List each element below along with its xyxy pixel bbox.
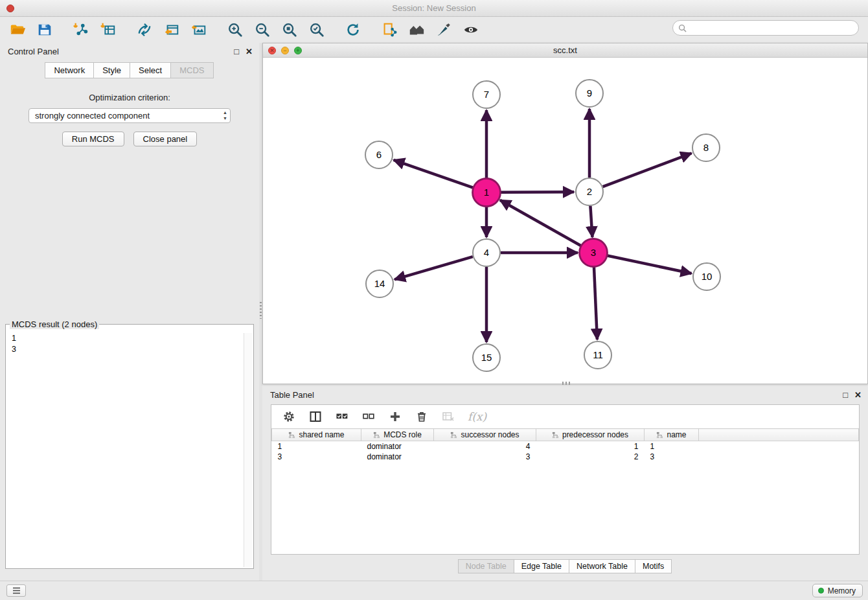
tab-network[interactable]: Network (45, 62, 94, 78)
table-panel-title: Table Panel (270, 390, 843, 400)
graph-edge-3-11[interactable] (594, 267, 597, 340)
column-header-shared-name[interactable]: shared name (272, 429, 361, 441)
column-header-predecessor-nodes[interactable]: predecessor nodes (536, 429, 645, 441)
table-cell: dominator (361, 441, 434, 452)
delete-column-button[interactable] (415, 410, 429, 424)
table-settings-button[interactable] (282, 410, 296, 424)
network-close-icon[interactable]: ✕ (268, 47, 276, 54)
close-table-panel-icon[interactable]: ✕ (854, 391, 862, 399)
window-close-light[interactable] (6, 5, 14, 12)
import-table-button[interactable] (98, 20, 118, 40)
graph-node-label-14: 14 (374, 278, 385, 289)
import-network-button[interactable] (71, 20, 91, 40)
table-cell: 2 (536, 452, 645, 462)
mcds-result-box: MCDS result (2 nodes) 13 (5, 319, 254, 569)
graph-edge-2-8[interactable] (603, 153, 692, 187)
open-folder-icon (9, 21, 26, 38)
graph-edge-3-1[interactable] (500, 200, 581, 246)
home-button[interactable] (407, 20, 426, 40)
export-image-icon (190, 21, 207, 38)
create-column-button[interactable] (388, 410, 402, 424)
table-cell: 3 (645, 452, 699, 462)
close-panel-icon[interactable]: ✕ (246, 47, 253, 56)
memory-button[interactable]: Memory (812, 584, 863, 597)
attribute-icon (656, 432, 663, 439)
unselect-all-columns-button[interactable] (361, 410, 376, 424)
mcds-result-title: MCDS result (2 nodes) (10, 319, 99, 329)
attribute-icon (552, 432, 559, 439)
mcds-result-item[interactable]: 3 (7, 344, 243, 355)
search-box[interactable] (672, 20, 859, 36)
splitter-handle-icon (260, 302, 262, 319)
mcds-result-item[interactable]: 1 (7, 333, 243, 344)
zoom-in-button[interactable] (225, 20, 245, 40)
tab-node-table[interactable]: Node Table (458, 559, 514, 573)
graph-node-label-6: 6 (376, 149, 382, 160)
status-bar: Memory (0, 581, 868, 600)
search-input[interactable] (687, 23, 858, 33)
memory-label: Memory (828, 586, 856, 595)
graph-edge-2-3[interactable] (590, 206, 592, 237)
column-header-MCDS-role[interactable]: MCDS role (361, 429, 434, 441)
delete-table-icon (442, 410, 455, 423)
save-session-button[interactable] (35, 20, 54, 40)
table-panel: Table Panel □ ✕ (262, 386, 868, 575)
paintbrush-button[interactable] (434, 20, 453, 40)
paintbrush-icon (435, 21, 452, 38)
tab-mcds[interactable]: MCDS (170, 62, 213, 78)
function-builder-button[interactable]: f(x) (468, 410, 486, 423)
tab-network-table[interactable]: Network Table (569, 559, 635, 573)
tab-style[interactable]: Style (93, 62, 130, 78)
annotation-button[interactable] (380, 20, 399, 40)
show-columns-button[interactable] (308, 410, 323, 424)
zoom-out-button[interactable] (253, 20, 272, 40)
float-table-panel-icon[interactable]: □ (843, 391, 848, 399)
tab-select[interactable]: Select (130, 62, 171, 78)
column-header-successor-nodes[interactable]: successor nodes (434, 429, 536, 441)
node-table: shared nameMCDS rolesuccessor nodesprede… (271, 428, 859, 462)
run-mcds-button[interactable]: Run MCDS (62, 132, 124, 146)
delete-table-button[interactable] (441, 410, 455, 424)
graph-edge-4-14[interactable] (394, 257, 473, 279)
show-panels-button[interactable] (6, 584, 26, 597)
export-network-window-button[interactable] (162, 20, 181, 40)
tab-edge-table[interactable]: Edge Table (514, 559, 569, 573)
control-panel-title: Control Panel (8, 47, 234, 56)
eye-button[interactable] (461, 20, 481, 40)
close-panel-button[interactable]: Close panel (133, 132, 198, 146)
open-session-button[interactable] (8, 20, 27, 40)
mcds-result-list: 13 (7, 333, 243, 567)
select-all-columns-button[interactable] (335, 410, 349, 424)
network-canvas[interactable]: 7968124314101511 (263, 58, 867, 384)
graph-edge-1-6[interactable] (394, 160, 474, 188)
float-panel-icon[interactable]: □ (234, 47, 239, 56)
zoom-selected-button[interactable] (307, 20, 326, 40)
graph-edge-3-10[interactable] (608, 256, 692, 273)
search-icon (678, 24, 687, 32)
window-resize-grip[interactable] (562, 382, 571, 385)
network-window-header[interactable]: ✕ − + scc.txt (263, 43, 867, 58)
control-panel-header: Control Panel □ ✕ (0, 43, 259, 60)
table-cell: 1 (272, 441, 361, 452)
refresh-layout-button[interactable] (343, 20, 363, 40)
import-network-icon (73, 21, 89, 38)
checked-boxes-icon (336, 410, 348, 423)
network-arrows-button[interactable] (135, 20, 154, 40)
export-image-button[interactable] (189, 20, 209, 40)
graph-edge-1-2[interactable] (501, 192, 574, 192)
column-header-name[interactable]: name (645, 429, 699, 441)
table-cell: dominator (361, 452, 434, 462)
zoom-fit-button[interactable] (280, 20, 299, 40)
table-row[interactable]: 1dominator411 (272, 441, 859, 452)
tab-motifs[interactable]: Motifs (635, 559, 672, 573)
network-maximize-icon[interactable]: + (294, 47, 302, 54)
table-cell: 3 (272, 452, 361, 462)
eye-icon (463, 21, 479, 38)
attribute-icon (373, 432, 380, 439)
table-cell: 3 (434, 452, 536, 462)
optimization-select[interactable]: strongly connected component ▲▼ (29, 108, 231, 123)
result-scrollbar[interactable] (244, 333, 252, 567)
table-row[interactable]: 3dominator323 (272, 452, 859, 462)
network-minimize-icon[interactable]: − (281, 47, 289, 54)
table-tabs: Node TableEdge TableNetwork TableMotifs (262, 559, 868, 573)
